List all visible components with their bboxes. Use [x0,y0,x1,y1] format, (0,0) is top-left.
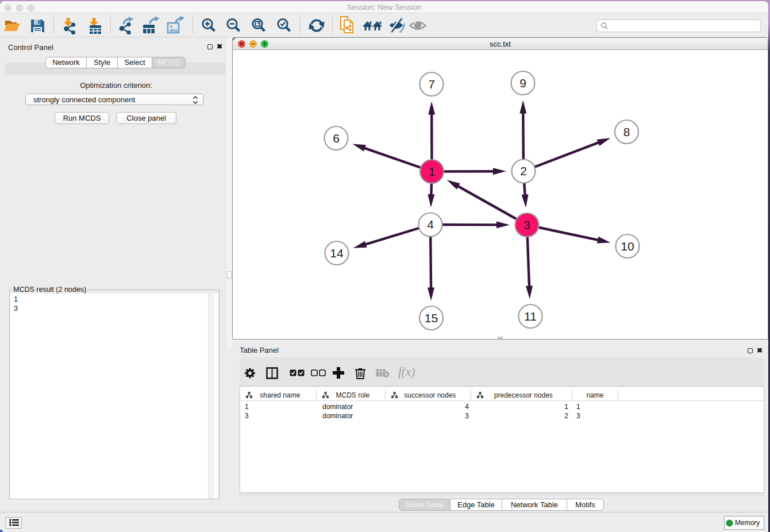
svg-text:14: 14 [330,246,344,260]
svg-text:10: 10 [621,240,634,253]
svg-text:6: 6 [333,132,340,145]
svg-text:4: 4 [427,218,434,231]
svg-text:15: 15 [425,311,438,325]
svg-text:7: 7 [428,78,435,91]
svg-text:1: 1 [429,165,436,178]
svg-text:8: 8 [623,125,630,138]
svg-text:3: 3 [523,218,530,232]
svg-text:9: 9 [519,76,526,90]
svg-text:2: 2 [520,164,527,178]
svg-text:11: 11 [524,310,537,323]
